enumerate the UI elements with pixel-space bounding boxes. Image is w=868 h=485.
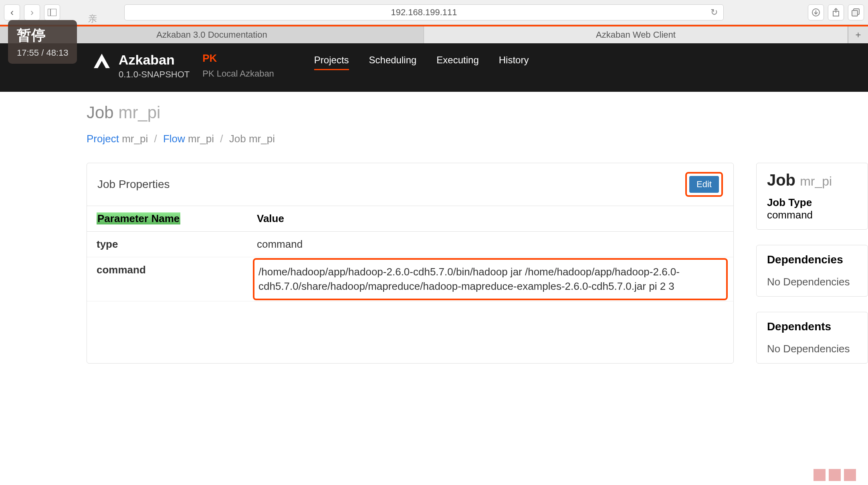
- param-command: command: [87, 257, 247, 301]
- nav-executing[interactable]: Executing: [436, 55, 478, 70]
- job-summary-panel: Job mr_pi Job Type command: [756, 163, 868, 230]
- address-bar[interactable]: 192.168.199.111 ↻: [124, 4, 724, 20]
- dependents-title: Dependents: [767, 320, 857, 335]
- value-command: /home/hadoop/app/hadoop-2.6.0-cdh5.7.0/b…: [247, 257, 733, 301]
- table-row: command /home/hadoop/app/hadoop-2.6.0-cd…: [87, 257, 733, 301]
- downloads-button[interactable]: [808, 4, 824, 20]
- job-type-row: Job Type command: [767, 196, 857, 221]
- watermark: [813, 469, 856, 481]
- back-button[interactable]: ‹: [4, 4, 20, 20]
- edit-button[interactable]: Edit: [689, 176, 719, 193]
- nav-scheduling[interactable]: Scheduling: [369, 55, 417, 70]
- dependents-body: No Dependencies: [767, 343, 857, 355]
- value-type: command: [247, 232, 733, 257]
- bookmark-char: 亲: [88, 13, 97, 25]
- dependencies-body: No Dependencies: [767, 276, 857, 288]
- instance-name: PK: [202, 52, 274, 65]
- app-header: Azkaban 0.1.0-SNAPSHOT PK PK Local Azkab…: [0, 43, 868, 92]
- col-param-name: Parameter Name: [87, 206, 247, 232]
- sidebar: Job mr_pi Job Type command Dependencies …: [756, 163, 868, 364]
- param-type: type: [87, 232, 247, 257]
- table-row: type command: [87, 232, 733, 257]
- breadcrumb-flow[interactable]: Flow mr_pi: [163, 133, 214, 145]
- breadcrumb-project[interactable]: Project mr_pi: [87, 133, 148, 145]
- breadcrumb: Project mr_pi / Flow mr_pi / Job mr_pi: [87, 133, 868, 145]
- dependents-panel: Dependents No Dependencies: [756, 312, 868, 364]
- job-summary-title: Job mr_pi: [767, 171, 857, 189]
- nav-projects[interactable]: Projects: [314, 55, 349, 70]
- page-title: Job mr_pi: [87, 103, 868, 122]
- share-button[interactable]: [828, 4, 844, 20]
- url-text: 192.168.199.111: [391, 7, 457, 18]
- forward-button[interactable]: ›: [24, 4, 40, 20]
- main-nav: Projects Scheduling Executing History: [314, 52, 529, 70]
- new-tab-button[interactable]: +: [848, 26, 868, 43]
- svg-rect-0: [48, 9, 57, 16]
- tab-bar: Azkaban 3.0 Documentation Azkaban Web Cl…: [0, 25, 868, 43]
- dependencies-title: Dependencies: [767, 253, 857, 269]
- tab-webclient[interactable]: Azkaban Web Client: [424, 26, 848, 43]
- sidebar-toggle-button[interactable]: [44, 4, 60, 20]
- logo-block: Azkaban 0.1.0-SNAPSHOT PK PK Local Azkab…: [92, 52, 274, 80]
- command-highlight: /home/hadoop/app/hadoop-2.6.0-cdh5.7.0/b…: [253, 258, 728, 300]
- dependencies-panel: Dependencies No Dependencies: [756, 245, 868, 297]
- tabs-button[interactable]: [848, 4, 864, 20]
- panel-title: Job Properties: [97, 178, 170, 191]
- svg-rect-5: [852, 10, 858, 16]
- page-body: Job mr_pi Project mr_pi / Flow mr_pi / J…: [0, 92, 868, 364]
- edit-highlight: Edit: [685, 172, 723, 197]
- brand-name: Azkaban: [119, 52, 190, 68]
- reload-icon[interactable]: ↻: [711, 7, 718, 18]
- pause-label: 暂停: [17, 26, 68, 45]
- nav-history[interactable]: History: [499, 55, 529, 70]
- azkaban-logo-icon: [92, 52, 111, 71]
- browser-toolbar: ‹ › 亲 192.168.199.111 ↻: [0, 0, 868, 25]
- properties-table: Parameter Name Value type command comman…: [87, 206, 733, 301]
- breadcrumb-job: Job mr_pi: [229, 133, 275, 145]
- version-text: 0.1.0-SNAPSHOT: [119, 69, 190, 80]
- time-label: 17:55 / 48:13: [17, 48, 68, 58]
- video-overlay: 暂停 17:55 / 48:13: [8, 20, 77, 64]
- job-properties-panel: Job Properties Edit Parameter Name Value…: [87, 163, 734, 364]
- instance-desc: PK Local Azkaban: [202, 69, 274, 79]
- col-value: Value: [247, 206, 733, 232]
